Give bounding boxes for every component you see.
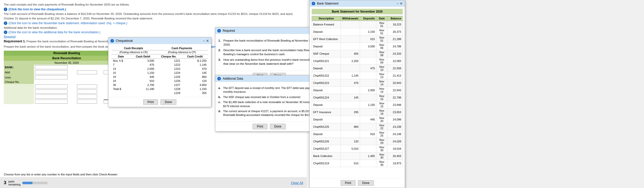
required-list-item: 1.Prepare the bank reconciliation of Riv… <box>218 39 320 47</box>
required-body: 1.Prepare the bank reconciliation of Riv… <box>215 34 323 71</box>
bank-balance-input[interactable] <box>35 65 68 69</box>
add-label: Add: <box>4 70 34 75</box>
addl-list-item: b.The NSF cheque was received late in Oc… <box>218 95 320 99</box>
bank-stmt-row: Chq#001227 5,010 Nov 30 19,018 <box>312 145 403 152</box>
addl-modal-title: Additional Data <box>223 77 243 80</box>
bank-stmt-row: EFT Rent Collection 915 Nov 01 21,288 <box>312 36 403 43</box>
addl-link[interactable]: (Click the icon to view the additional d… <box>9 30 100 34</box>
cheque-no-col-header: Cheque No. <box>156 54 182 59</box>
progress-bar <box>22 182 48 184</box>
bottom-bar: 3 parts remaining Clear All <box>0 177 307 188</box>
bank-stmt-row: Balance Forward Nov 01 18,223 <box>312 21 403 28</box>
addl-info-icon[interactable]: i <box>4 30 7 34</box>
date-col-header: Date <box>111 54 130 59</box>
cheque-amt-3[interactable] <box>77 95 97 99</box>
posting-cp-header: (Posting reference is CP) <box>156 50 208 54</box>
bank-stmt-table-title: Bank Statement for November 2020 <box>312 9 403 14</box>
bank-stmt-table: Description Withdrawals Deposits Date Ba… <box>312 16 403 167</box>
bank-stmt-body: Bank Statement for November 2020 Descrip… <box>310 7 405 172</box>
required-list-item: 3.How are outstanding items from the pre… <box>218 58 320 66</box>
cheque-no-label: Cheque No. <box>4 80 34 84</box>
bank-stmt-row: Chq#001222 1,145 Nov 13 21,413 <box>312 72 403 79</box>
required-modal: i Required − ✕ 1.Prepare the bank reconc… <box>215 27 323 81</box>
chequebook-row: 13 2,000 1223 470 <box>111 67 208 71</box>
addl-title-bar: i Additional Data − ✕ <box>215 75 323 82</box>
chequebook-info-icon[interactable]: i <box>4 8 7 11</box>
addl-print-btn[interactable]: Print <box>253 124 267 129</box>
chequebook-table: Cash Receipts Cash Payments (Posting ref… <box>111 46 208 95</box>
required-title-bar: i Required − ✕ <box>215 27 323 34</box>
bank-stmt-info-icon[interactable]: i <box>4 21 7 25</box>
bank-stmt-close-btn[interactable]: ✕ <box>400 2 403 6</box>
cheque-input-2[interactable] <box>35 89 68 93</box>
bank-stmt-row: Bank Collection 1,465 Nov 30 20,403 <box>312 152 403 160</box>
posting-cr-header: (Posting reference is CR) <box>111 50 156 54</box>
addl-list-item: a.The EFT deposit was a receipt of month… <box>218 86 320 94</box>
choose-instruction: Choose from any list or enter any number… <box>4 173 118 176</box>
cash-debit-col-header: Cash Debit <box>130 54 156 59</box>
chequebook-link[interactable]: (Click the icon to view the chequebook.) <box>9 8 66 11</box>
bank-stmt-link[interactable]: (Click the icon to view the November ban… <box>9 21 127 25</box>
cheque-amt-2[interactable] <box>77 89 97 93</box>
addl-list-item: c.The $1,465 bank collection of a note r… <box>218 100 320 108</box>
progress-fill <box>22 182 32 184</box>
additional-data-modal: i Additional Data − ✕ a.The EFT deposit … <box>215 75 323 132</box>
bank-stmt-row: Chq#001223 470 Nov 14 20,943 <box>312 79 403 87</box>
bank-label: BANK: <box>4 65 34 70</box>
chequebook-row: 30 2,700 1227 4,850 <box>111 83 208 87</box>
bank-stmt-row: NSF Cheque 455 Nov 08 24,333 <box>312 50 403 57</box>
chequebook-row: 1229 355 <box>111 91 208 95</box>
withdrawals-col-header: Withdrawals <box>341 16 360 21</box>
bank-less-input[interactable] <box>35 75 68 79</box>
required-link[interactable]: Required <box>4 35 16 38</box>
less-label: Less: <box>4 75 34 80</box>
cash-credit-col-header: Cash Credit <box>182 54 208 59</box>
bank-stmt-modal-icon: i <box>312 2 315 5</box>
parts-number: 3 <box>4 180 6 185</box>
cheque-input-3[interactable] <box>35 95 68 99</box>
remaining-label: remaining <box>8 183 20 186</box>
bank-stmt-print-btn[interactable]: Print <box>341 180 355 186</box>
chequebook-title-bar: i Chequebook − ✕ <box>108 38 211 44</box>
clear-all-button[interactable]: Clear All <box>291 181 303 185</box>
intro-text: The cash receipts and the cash payments … <box>4 3 130 6</box>
cheque-input-1[interactable] <box>35 84 68 88</box>
cheque-input-4[interactable] <box>35 100 68 104</box>
chequebook-row: 7 475 1222 1,145 <box>111 63 208 67</box>
bank-stmt-row: Deposit 3,500 Nov 06 24,788 <box>312 43 403 50</box>
bank-stmt-row: Chq#001224 145 Nov 15 22,798 <box>312 94 403 101</box>
bank-add-input2[interactable] <box>77 70 97 74</box>
required-modal-icon: i <box>217 29 221 33</box>
cheque-amt-1[interactable] <box>77 84 97 88</box>
cheque-amt-4[interactable] <box>77 100 97 104</box>
cash-payments-header: Cash Payments <box>156 46 208 50</box>
date-col-header2: Date <box>376 16 387 21</box>
deposits-col-header: Deposits <box>360 16 376 21</box>
addl-done-btn[interactable]: Done <box>270 124 286 129</box>
chequebook-done-btn[interactable]: Done <box>160 99 176 105</box>
bank-stmt-done-btn[interactable]: Done <box>358 180 374 186</box>
cash-account-text: The Cash account of Riverwalk Bowling sh… <box>4 12 293 20</box>
addl-body: a.The EFT deposit was a receipt of month… <box>215 82 323 121</box>
bank-stmt-row: Chq#001221 2,250 Nov 09 22,083 <box>312 57 403 65</box>
cash-receipts-header: Cash Receipts <box>111 46 156 50</box>
bank-stmt-minimize-btn[interactable]: − <box>397 2 399 6</box>
chequebook-minimize-btn[interactable]: − <box>203 39 205 43</box>
chequebook-modal-title: Chequebook <box>116 39 133 43</box>
chequebook-row: 24 910 1226 120 <box>111 79 208 83</box>
addl-footer: Print Done <box>215 121 323 131</box>
bank-add-input1[interactable] <box>35 70 68 74</box>
required-list-item: 2.Describe how a bank account and the ba… <box>218 48 320 56</box>
chequebook-row: 19 445 1225 860 <box>111 75 208 79</box>
bank-stmt-modal-title: Bank Statement <box>317 2 338 5</box>
chequebook-close-btn[interactable]: ✕ <box>206 39 209 43</box>
chequebook-print-btn[interactable]: Print <box>143 99 158 105</box>
balance-col-header: Balance <box>387 16 403 21</box>
bank-stmt-row: Deposit 2,000 Nov 14 22,943 <box>312 87 403 94</box>
bank-stmt-row: Chq#001226 120 Nov 29 24,028 <box>312 138 403 145</box>
bank-stmt-title-bar: i Bank Statement − ✕ <box>310 0 405 7</box>
additional-text: Additional data for the bank reconciliat… <box>4 26 58 29</box>
chequebook-row: Total $ 11,180 1228 1,150 <box>111 87 208 91</box>
bank-stmt-row: Chq#001219 510 Nov 30 19,973 <box>312 160 403 167</box>
bank-statement-modal: i Bank Statement − ✕ Bank Statement for … <box>309 0 405 188</box>
